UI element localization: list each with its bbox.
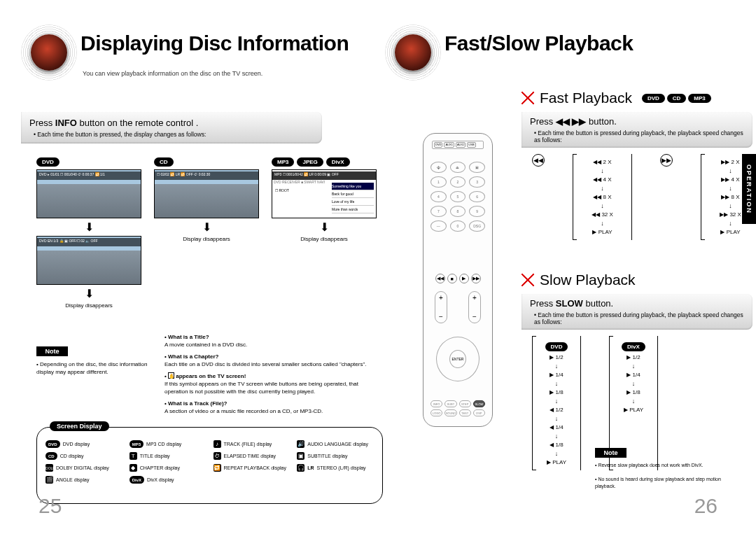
remote-num-8: 8	[450, 206, 466, 217]
intro-text: You can view playback information on the…	[83, 70, 262, 77]
speed-step: ▶ 1/8	[610, 389, 657, 395]
chevron-icon	[522, 274, 534, 286]
speed-step: ▶ PLAY	[573, 229, 631, 235]
speaker-decor-icon	[385, 24, 441, 80]
caption-disappears-2: Display disappears	[154, 236, 259, 242]
down-arrow-icon: ⬇	[36, 287, 141, 300]
remote-dpad: ENTER	[436, 337, 479, 381]
screen-display-box: Screen Display DVDDVD display MP3MP3 CD …	[36, 427, 383, 504]
speed-step: ▶ PLAY	[610, 407, 657, 413]
remote-dash: —	[430, 220, 447, 232]
slow-heading: Slow Playback	[540, 272, 636, 288]
thumb-col-mp3: MP3 JPEG DivX MP3 ☐ 0001/0042 🔁 LR 0:00:…	[272, 157, 377, 309]
remote-screen: DVD AUX1 AUX2 USB	[432, 141, 484, 149]
mp3-tracklist: Something like you Back for good Love of…	[332, 183, 374, 213]
remote-slow-button: SLOW	[473, 400, 485, 407]
down-arrow-icon: ⬇	[36, 220, 141, 234]
badge-mp3: MP3	[272, 157, 294, 167]
page-number-25: 25	[38, 494, 62, 518]
badge-divx: DivX	[622, 342, 645, 351]
slow-note-text: • Reverse slow playback does not work wi…	[595, 462, 742, 490]
speed-step: ◀◀ 4 X	[573, 176, 631, 183]
def-a1: A movie contained in a DVD disc.	[164, 341, 374, 349]
sd-dvd: DVDDVD display	[46, 440, 122, 448]
forward-button-icon: ▶▶	[660, 154, 673, 167]
def-q2: What is a Chapter?	[164, 353, 374, 360]
remote-rewind-button: ◀◀	[435, 274, 445, 283]
remote-band-button: ▣	[469, 162, 485, 173]
def-q1: What is a Title?	[164, 333, 374, 341]
operation-side-tab: OPERATION	[742, 154, 756, 224]
badge-dvd: DVD	[545, 342, 568, 351]
thumb-mp3: MP3 ☐ 0001/0042 🔁 LR 0:00:09 ▣ OFF DVD R…	[272, 169, 377, 218]
sd-track: ♪TRACK (FILE) display	[214, 440, 290, 448]
sd-chapter: ◆CHAPTER display	[130, 464, 206, 472]
fast-playback-section: Fast Playback DVD CD MP3 Press ◀◀ ▶▶ but…	[522, 84, 732, 142]
thumb-col-cd: CD ☐ 02/02 🔁 LR 🔂 OFF ⏱ 0:02:30 ⬇ Displa…	[154, 157, 259, 309]
instr-pre: Press	[29, 118, 55, 128]
remote-btn: TEST	[459, 409, 471, 416]
remote-play-button: ▶	[459, 274, 469, 283]
remote-num-6: 6	[469, 191, 485, 202]
def-a4: A section of video or a music file recor…	[164, 407, 374, 415]
speaker-decor-icon	[21, 24, 77, 80]
speed-step: ▶ PLAY	[533, 459, 580, 465]
badge-divx: DivX	[326, 157, 350, 167]
remote-btn: SOUND	[444, 409, 456, 416]
slow-note-2: • No sound is heard during slow playback…	[595, 476, 742, 490]
sd-stereo: 🎧LR STEREO (L/R) display	[297, 464, 374, 472]
remote-bottom-row: INFO SUBT STEP SLOW LOGO SOUND TEST DSP	[430, 400, 485, 416]
mp3-track: More than words	[332, 206, 374, 213]
remote-control-illustration: DVD AUX1 AUX2 USB ⏻ ⏏ ▣ 1 2 3 4 5 6 7 8 …	[423, 133, 493, 427]
def-a3: If this symbol appears on the TV screen …	[164, 380, 374, 395]
remote-power-button: ⏻	[430, 162, 447, 173]
slow-playback-section: Slow Playback Press SLOW button. • Each …	[522, 266, 732, 330]
thumb-col-dvd: DVD DVD ▸ 01/01 ☐ 001/040 ⏱ 0:00:37 🔁 1/…	[36, 157, 141, 309]
remote-num-7: 7	[430, 206, 447, 217]
chevron-icon	[522, 92, 534, 104]
speed-step: ▶ 1/8	[533, 389, 580, 395]
mp3-track: Back for good	[332, 190, 374, 198]
fast-heading: Fast Playback	[540, 90, 632, 106]
caption-disappears-1: Display disappears	[36, 302, 141, 309]
remote-btn: STEP	[459, 400, 471, 407]
rewind-button-icon: ◀◀	[532, 154, 545, 167]
remote-num-0: 0	[450, 220, 466, 232]
speed-step: ▶ 1/2	[610, 354, 657, 360]
remote-num-4: 4	[430, 191, 447, 202]
remote-tuning-rocker: +−	[468, 291, 481, 323]
speed-step: ▶ 1/4	[610, 372, 657, 378]
sd-dolby: ▯▯DOLBYDOLBY DIGITAL display	[46, 464, 122, 472]
note-text: • Depending on the disc, the disc inform…	[36, 360, 162, 376]
thumbnail-row: DVD DVD ▸ 01/01 ☐ 001/040 ⏱ 0:00:37 🔁 1/…	[36, 157, 377, 309]
rewind-icon: ◀◀ ▶▶	[556, 116, 587, 127]
def-q4: What is a Track (File)?	[164, 400, 374, 407]
sd-title: TTITLE display	[130, 452, 206, 460]
osd-dvd-1: DVD ▸ 01/01 ☐ 001/040 ⏱ 0:00:37 🔁 1/1	[37, 171, 141, 180]
speed-step: ◀◀ 32 X	[573, 211, 631, 218]
remote-btn: INFO	[430, 400, 442, 407]
badge-mp3: MP3	[688, 94, 710, 103]
badge-dvd: DVD	[36, 157, 59, 167]
remote-num-5: 5	[450, 191, 466, 202]
thumb-cd: ☐ 02/02 🔁 LR 🔂 OFF ⏱ 0:02:30	[154, 169, 259, 218]
slow-note-line: • Each time the button is pressed during…	[530, 311, 744, 325]
sd-cd: CDCD display	[46, 452, 122, 460]
sd-elapsed: ⏱ELAPSED TIME display	[214, 452, 290, 460]
remote-num-1: 1	[430, 176, 447, 188]
badge-cd: CD	[154, 157, 174, 167]
remote-eject-button: ⏏	[450, 162, 466, 173]
speed-step: ◀ 1/8	[533, 442, 580, 448]
instruction-bar-slow: Press SLOW button. • Each time the butto…	[522, 294, 752, 330]
definitions: What is a Title? A movie contained in a …	[164, 329, 374, 415]
slow-note-1: • Reverse slow playback does not work wi…	[595, 462, 742, 469]
instr-note: • Each time the button is pressed, the d…	[29, 131, 314, 138]
sd-mp3: MP3MP3 CD display	[130, 440, 206, 448]
badge-jpeg: JPEG	[297, 157, 323, 167]
remote-btn: DSP	[473, 409, 485, 416]
mp3-track: Something like you	[332, 183, 374, 190]
mp3-root: ☐ ROOT	[275, 188, 289, 192]
sd-angle: 🎬ANGLE display	[46, 476, 122, 484]
remote-dsg: DSG	[469, 220, 485, 232]
speed-step: ◀ 1/2	[533, 407, 580, 413]
